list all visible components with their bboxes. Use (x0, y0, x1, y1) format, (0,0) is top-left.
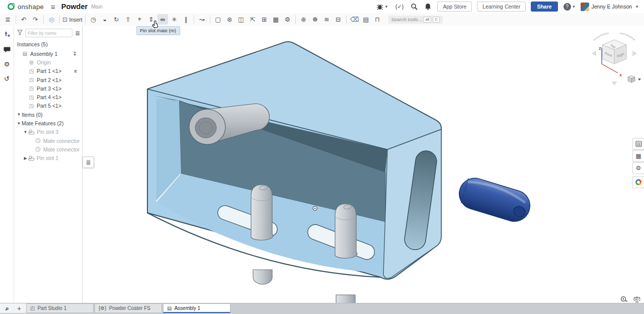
tree-row-origin[interactable]: ◎Origin (14, 58, 82, 66)
rotate-left-arrow (592, 51, 596, 56)
help-menu-caret[interactable]: ▼ (572, 5, 576, 9)
new-tab-button[interactable]: + (15, 304, 24, 312)
undo-icon[interactable]: ↶ (19, 14, 29, 25)
mate-connector-add-icon[interactable] (2, 30, 12, 40)
panel-handle-button[interactable]: ≣ (83, 156, 94, 168)
tab-part-studio-1[interactable]: ◰Part Studio 1 (26, 303, 94, 313)
tree-row-part-4-1[interactable]: ◳Part 4 <1> (14, 93, 82, 101)
duplicate-icon[interactable]: ⊞ (259, 14, 270, 25)
app-header: onshape ≡ Powder Main ▼ {✓} App Store Le… (0, 0, 644, 14)
configuration-panel-icon[interactable]: ⚙ (632, 162, 644, 174)
mate-relation-icon[interactable]: ⊛ (224, 14, 235, 25)
group-icon[interactable]: ▢ (213, 14, 223, 25)
chevron-right-icon[interactable]: ▶ (23, 156, 28, 161)
document-menu-icon[interactable]: ≡ (51, 3, 55, 11)
part-cylinder-blue[interactable] (455, 174, 534, 225)
replicate-icon[interactable]: ⚙ (282, 14, 293, 25)
filter-input[interactable]: Filter by name (25, 29, 72, 37)
tree-row-part-5-1[interactable]: ◳Part 5 <1> (14, 102, 82, 110)
origin-marker[interactable] (313, 206, 317, 210)
diagnostics-icon[interactable]: ▼ (376, 4, 388, 10)
workspace-name[interactable]: Main (91, 4, 103, 10)
featurescript-icon[interactable]: ☸ (310, 14, 320, 25)
search-icon[interactable] (411, 3, 418, 10)
appearance-panel-icon[interactable] (632, 176, 644, 188)
tree-row-mate-connector[interactable]: Mate connector (14, 145, 82, 153)
onshape-app: onshape ≡ Powder Main ▼ {✓} App Store Le… (0, 0, 644, 314)
rotate-view-icon[interactable]: ◎ (46, 14, 57, 25)
configurations-icon[interactable]: ⚙ (2, 59, 12, 69)
insert-icon[interactable]: ⊡Insert (62, 14, 83, 25)
bom-panel-icon[interactable] (632, 138, 644, 150)
anchor-icon[interactable]: ↧ (73, 51, 77, 56)
interference-check-icon[interactable]: ⊟ (333, 14, 344, 25)
tree-row-items-0[interactable]: ▼Items (0) (14, 110, 82, 119)
tree-row-part-3-1[interactable]: ◳Part 3 <1> (14, 84, 82, 93)
view-options-caret (638, 78, 641, 81)
tree-row-part-1-1[interactable]: ◳Part 1 <1>≡ (14, 67, 82, 75)
linear-pattern-icon[interactable]: ▦ (271, 14, 281, 25)
user-menu-caret[interactable]: ▼ (635, 5, 639, 9)
ground-icon[interactable]: ≡ (74, 68, 77, 74)
tree-row-assembly-1[interactable]: ▤Assembly 1↧ (14, 49, 82, 58)
notifications-bell-icon[interactable] (425, 3, 431, 10)
mass-properties-icon[interactable] (632, 295, 642, 303)
tangent-mate-icon[interactable]: ↝ (197, 14, 207, 25)
chevron-down-icon[interactable]: ▼ (23, 130, 28, 134)
app-store-button[interactable]: App Store (437, 2, 472, 12)
tree-row-label: Mate connector (43, 146, 79, 152)
part-pin-2[interactable] (335, 204, 357, 303)
section-view-icon[interactable]: ⊓ (372, 14, 383, 25)
user-menu[interactable]: Jenny E Johnson (592, 4, 632, 10)
assembly-feature-icon[interactable]: ⊕ (298, 14, 309, 25)
list-options-icon[interactable]: ≣ (75, 30, 80, 37)
tree-row-pin-slot-3[interactable]: ▼Pin slot 3 (14, 128, 82, 136)
tree-row-mate-connector[interactable]: Mate connector (14, 136, 82, 145)
view-options-cube-icon[interactable] (628, 75, 641, 83)
share-button[interactable]: Share (531, 2, 557, 12)
part-pin-1[interactable] (251, 185, 273, 284)
feature-script-check-icon[interactable]: {✓} (395, 4, 404, 10)
slider-mate-icon[interactable]: ⇧ (123, 14, 133, 25)
document-title[interactable]: Powder (61, 3, 88, 11)
tab-powder-coater-fs[interactable]: {⚙}Powder Coater FS (95, 303, 162, 313)
display-states-panel-icon[interactable]: ▦ (632, 150, 644, 162)
part-studio-tab-icon: ◰ (30, 305, 35, 311)
comments-icon[interactable] (2, 44, 12, 54)
part-icon: ◳ (28, 103, 35, 109)
search-tools-input[interactable]: Search tools...altC (388, 16, 443, 24)
chevron-down-icon[interactable]: ▼ (16, 121, 22, 126)
parallel-mate-icon[interactable]: ∥ (181, 14, 191, 25)
fastened-mate-icon[interactable]: ◒ (100, 14, 110, 25)
transform-icon[interactable]: ⇱ (248, 14, 258, 25)
part-box[interactable] (147, 42, 441, 279)
assembly-structure-icon[interactable]: ≣ (3, 14, 13, 25)
mate-connector-icon[interactable]: ◷ (88, 14, 99, 25)
tab-assembly-1[interactable]: ▤Assembly 1 (163, 303, 230, 313)
avatar[interactable] (581, 3, 589, 11)
tree-row-mate-features-2[interactable]: ▼Mate Features (2) (14, 119, 82, 127)
tab-search-icon[interactable]: ⌕ (2, 304, 12, 312)
chevron-down-icon[interactable]: ▼ (16, 112, 22, 117)
history-icon[interactable]: ↺ (2, 73, 12, 84)
help-icon[interactable]: ? (564, 3, 571, 11)
planar-mate-icon[interactable]: ⌖ (134, 14, 145, 25)
origin-icon: ◎ (28, 59, 35, 65)
part-icon: ◳ (28, 95, 35, 100)
pinslot-icon (28, 129, 35, 135)
ball-mate-icon[interactable]: ✳ (169, 14, 180, 25)
tree-row-pin-slot-1[interactable]: ▶Pin slot 1 (14, 154, 82, 163)
redo-icon[interactable]: ↷ (30, 14, 41, 25)
graphics-viewport[interactable]: Top Front Right Z X (83, 26, 644, 303)
exploded-view-icon[interactable]: ≋ (321, 14, 332, 25)
named-positions-icon[interactable]: ◫ (236, 14, 247, 25)
revolute-mate-icon[interactable]: ↻ (111, 14, 122, 25)
tree-row-part-2-1[interactable]: ◳Part 2 <1> (14, 75, 82, 84)
eraser-icon[interactable]: ⌫ (349, 14, 360, 25)
measure-icon[interactable] (619, 295, 629, 303)
learning-center-button[interactable]: Learning Center (477, 2, 526, 12)
filter-funnel-icon[interactable] (17, 30, 23, 36)
bill-of-materials-icon[interactable]: ▤ (361, 14, 371, 25)
onshape-logo-icon[interactable] (7, 3, 15, 11)
instances-header: Instances (5) (17, 41, 82, 47)
